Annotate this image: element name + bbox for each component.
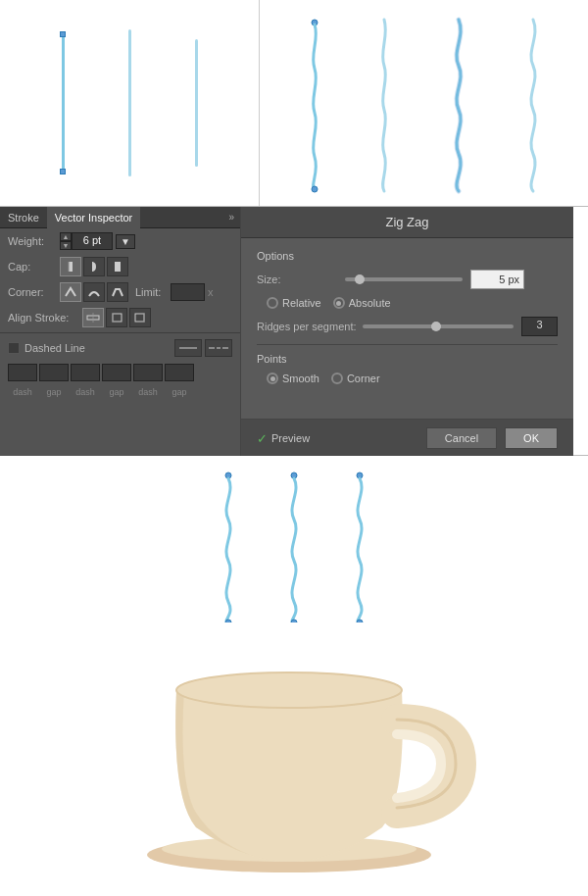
gap-3-label: gap (165, 387, 194, 397)
dash-1-label: dash (8, 387, 37, 397)
dash-style-1[interactable] (174, 339, 202, 357)
corner-round-btn[interactable] (83, 282, 105, 302)
corner-bevel-btn[interactable] (107, 282, 128, 302)
line-body (62, 34, 65, 172)
steam-2 (274, 471, 314, 622)
zigzag-divider (257, 344, 558, 345)
stroke-tab[interactable]: Stroke (0, 207, 47, 228)
align-center-icon (86, 312, 100, 324)
align-buttons (81, 307, 152, 328)
line-3 (195, 39, 198, 167)
vector-inspector-tab[interactable]: Vector Inspector (47, 207, 141, 228)
dashed-checkbox-label[interactable]: Dashed Line (8, 342, 85, 354)
cap-round-btn[interactable] (83, 257, 105, 276)
relative-radio[interactable]: Relative (267, 297, 321, 309)
relative-label: Relative (282, 297, 321, 309)
line-2-container (115, 25, 144, 181)
corner-label: Corner: (8, 286, 59, 298)
align-inside-btn[interactable] (106, 308, 127, 327)
align-inside-icon (110, 312, 123, 324)
size-row: Size: (257, 270, 558, 289)
align-row: Align Stroke: (0, 305, 240, 330)
steam-3 (340, 471, 379, 622)
size-type-radios: Relative Absolute (267, 297, 558, 309)
absolute-radio[interactable]: Absolute (333, 297, 391, 309)
cap-label: Cap: (8, 261, 59, 273)
weight-dropdown[interactable]: ▼ (116, 234, 135, 249)
cap-row: Cap: (0, 254, 240, 279)
cancel-button[interactable]: Cancel (426, 427, 497, 449)
preview-checkmark: ✓ (257, 431, 268, 446)
dash-icons (174, 339, 232, 357)
weight-spinners: ▲ ▼ (60, 232, 72, 250)
panel-divider-1 (0, 332, 240, 333)
size-slider-thumb (355, 274, 365, 284)
limit-x: x (208, 286, 214, 298)
panel-expand-btn[interactable]: » (222, 209, 240, 225)
selected-line (62, 34, 65, 172)
ridges-row: Ridges per segment: 3 (257, 317, 558, 336)
preview-check: ✓ Preview (257, 431, 310, 446)
cap-square-btn[interactable] (107, 257, 128, 276)
absolute-radio-dot (333, 297, 345, 309)
stroke-tab-label: Stroke (8, 212, 39, 224)
expand-icon: » (228, 212, 234, 223)
svg-rect-9 (135, 314, 144, 322)
corner-label: Corner (347, 373, 380, 384)
corner-row: Corner: Limi (0, 279, 240, 305)
points-radios: Smooth Corner (267, 373, 558, 384)
dashed-checkbox[interactable] (8, 342, 20, 354)
zigzag-title: Zig Zag (241, 207, 573, 238)
limit-label: Limit: (135, 286, 167, 298)
wavy-lines-area (260, 0, 588, 206)
weight-control: ▲ ▼ 6 pt ▼ (59, 232, 135, 250)
size-slider[interactable] (345, 277, 463, 281)
limit-input[interactable] (171, 283, 205, 301)
weight-row: Weight: ▲ ▼ 6 pt ▼ (0, 228, 240, 254)
ridges-slider-thumb (431, 322, 441, 331)
gap-3-input[interactable] (165, 364, 194, 381)
cup-area (108, 602, 480, 876)
wavy-line-2 (365, 15, 404, 191)
dash-style-2[interactable] (205, 339, 232, 357)
svg-point-1 (312, 186, 318, 192)
top-section (0, 0, 588, 206)
dash-3-label: dash (133, 387, 163, 397)
line-2 (128, 29, 131, 176)
svg-rect-2 (69, 262, 73, 272)
gap-1-input[interactable] (39, 364, 69, 381)
dash-1-input[interactable] (8, 364, 37, 381)
align-center-btn[interactable] (82, 308, 104, 327)
zigzag-buttons: Cancel OK (426, 427, 558, 449)
smooth-radio[interactable]: Smooth (267, 373, 319, 384)
size-input[interactable] (470, 270, 524, 289)
selected-line-container (48, 25, 77, 181)
dash-2-input[interactable] (71, 364, 100, 381)
dash-2-label: dash (71, 387, 100, 397)
corner-radio[interactable]: Corner (331, 373, 380, 384)
dash-3-input[interactable] (133, 364, 163, 381)
ridges-slider[interactable] (363, 324, 514, 328)
dash-preview-2 (209, 347, 228, 349)
smooth-radio-dot (267, 373, 278, 384)
align-outside-btn[interactable] (129, 308, 151, 327)
ok-button[interactable]: OK (505, 427, 558, 449)
middle-section: Stroke Vector Inspector » Weight: ▲ ▼ 6 … (0, 206, 588, 456)
ridges-input[interactable]: 3 (521, 317, 558, 336)
weight-up[interactable]: ▲ (60, 232, 72, 241)
cap-butt-btn[interactable] (60, 257, 81, 276)
weight-down[interactable]: ▼ (60, 241, 72, 250)
corner-miter-btn[interactable] (60, 282, 81, 302)
weight-input[interactable]: 6 pt (72, 232, 113, 250)
smooth-label: Smooth (282, 373, 319, 384)
gap-2-input[interactable] (102, 364, 131, 381)
corner-bevel-icon (111, 286, 124, 298)
dash-inputs-row (0, 361, 240, 384)
size-label: Size: (257, 274, 345, 285)
anchor-bottom (60, 169, 66, 174)
cap-round-icon (87, 261, 101, 273)
anchor-top (60, 31, 66, 37)
dash-preview-1 (179, 347, 197, 349)
corner-buttons (59, 281, 129, 303)
align-label: Align Stroke: (8, 312, 81, 324)
